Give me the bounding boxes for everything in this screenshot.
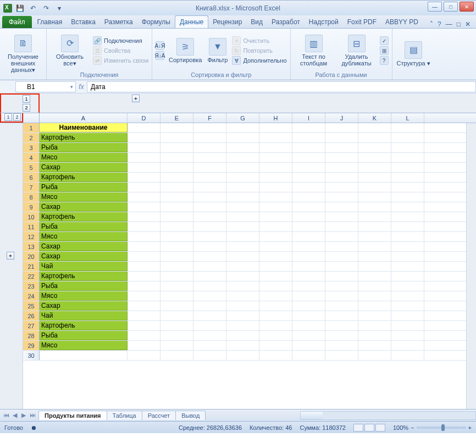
cell-empty[interactable] [391, 182, 424, 192]
cell-empty[interactable] [259, 163, 292, 172]
consolidate-button[interactable]: ⊞ [380, 46, 389, 55]
sheet-nav-prev[interactable]: ◀ [11, 412, 19, 419]
cell-empty[interactable] [391, 173, 424, 182]
cell-empty[interactable] [128, 281, 160, 291]
cell-A20[interactable]: Сахар [40, 252, 128, 261]
cell-empty[interactable] [128, 242, 160, 251]
row-header-22[interactable]: 22 [23, 272, 40, 281]
cell-empty[interactable] [226, 252, 259, 261]
cell-empty[interactable] [160, 281, 193, 291]
cell-empty[interactable] [391, 321, 424, 330]
cell-empty[interactable] [358, 262, 391, 271]
row-header-3[interactable]: 3 [23, 143, 40, 152]
tab-home[interactable]: Главная [33, 16, 67, 28]
redo-button[interactable]: ↷ [41, 3, 52, 13]
cell-empty[interactable] [391, 123, 424, 132]
cell-empty[interactable] [391, 301, 424, 311]
cell-empty[interactable] [358, 133, 391, 142]
row-header-2[interactable]: 2 [23, 133, 40, 142]
cell-empty[interactable] [160, 123, 193, 132]
cell-empty[interactable] [259, 192, 292, 202]
cell-empty[interactable] [259, 291, 292, 301]
cell-A6[interactable]: Картофель [40, 173, 128, 182]
cell-empty[interactable] [226, 212, 259, 222]
cell-empty[interactable] [391, 311, 424, 320]
view-normal-button[interactable] [353, 424, 363, 432]
cell-empty[interactable] [226, 182, 259, 192]
cell-empty[interactable] [193, 143, 226, 152]
cell-empty[interactable] [358, 301, 391, 311]
cell-empty[interactable] [128, 123, 160, 132]
cell-empty[interactable] [325, 182, 358, 192]
cell-empty[interactable] [358, 143, 391, 152]
cell-empty[interactable] [128, 163, 160, 172]
cell-empty[interactable] [358, 341, 391, 350]
cell-empty[interactable] [325, 123, 358, 132]
cell-empty[interactable] [325, 331, 358, 340]
cell-empty[interactable] [391, 163, 424, 172]
cell-empty[interactable] [226, 301, 259, 311]
cell-empty[interactable] [226, 272, 259, 281]
cell-empty[interactable] [292, 252, 325, 261]
cell-A8[interactable]: Мясо [40, 192, 128, 202]
cell-empty[interactable] [128, 232, 160, 241]
cell-empty[interactable] [292, 163, 325, 172]
cell-empty[interactable] [259, 281, 292, 291]
cell-empty[interactable] [128, 341, 160, 350]
cell-empty[interactable] [128, 311, 160, 320]
cell-empty[interactable] [358, 173, 391, 182]
file-tab[interactable]: Файл [2, 16, 32, 28]
cell-empty[interactable] [259, 321, 292, 330]
tab-formulas[interactable]: Формулы [137, 16, 175, 28]
cell-empty[interactable] [292, 133, 325, 142]
cell-A7[interactable]: Рыба [40, 182, 128, 192]
cell-empty[interactable] [358, 272, 391, 281]
horizontal-scrollbar[interactable] [300, 411, 476, 420]
cell-empty[interactable] [325, 301, 358, 311]
cell-empty[interactable] [160, 173, 193, 182]
cell-A25[interactable]: Сахар [40, 301, 128, 311]
column-header-L[interactable]: L [391, 113, 424, 123]
tab-developer[interactable]: Разработ [267, 16, 305, 28]
cell-empty[interactable] [226, 242, 259, 251]
refresh-all-button[interactable]: ⟳ Обновить все▾ [50, 34, 90, 68]
cell-empty[interactable] [193, 262, 226, 271]
column-header-I[interactable]: I [292, 113, 325, 123]
zoom-slider[interactable] [417, 427, 466, 429]
cell-empty[interactable] [128, 222, 160, 231]
doc-minimize-icon[interactable]: — [446, 20, 452, 28]
cell-empty[interactable] [259, 153, 292, 162]
cell-A30[interactable] [40, 351, 128, 360]
cell-A21[interactable]: Чай [40, 262, 128, 271]
cell-empty[interactable] [325, 252, 358, 261]
cell-empty[interactable] [193, 351, 226, 360]
cell-empty[interactable] [325, 272, 358, 281]
zoom-out-button[interactable]: − [411, 424, 414, 431]
formula-input[interactable]: Дата [87, 81, 476, 92]
cell-empty[interactable] [226, 232, 259, 241]
cell-empty[interactable] [160, 331, 193, 340]
cell-empty[interactable] [325, 153, 358, 162]
cell-empty[interactable] [193, 182, 226, 192]
cell-empty[interactable] [325, 341, 358, 350]
cell-empty[interactable] [160, 272, 193, 281]
tab-layout[interactable]: Разметка [100, 16, 137, 28]
cell-empty[interactable] [391, 202, 424, 212]
cell-empty[interactable] [193, 281, 226, 291]
cell-empty[interactable] [325, 222, 358, 231]
cell-empty[interactable] [325, 143, 358, 152]
cell-empty[interactable] [128, 143, 160, 152]
column-header-A[interactable]: A [40, 113, 128, 123]
cell-empty[interactable] [292, 173, 325, 182]
cell-empty[interactable] [226, 192, 259, 202]
row-header-6[interactable]: 6 [23, 173, 40, 182]
cell-empty[interactable] [128, 351, 160, 360]
row-header-27[interactable]: 27 [23, 321, 40, 330]
column-header-F[interactable]: F [193, 113, 226, 123]
cell-empty[interactable] [391, 232, 424, 241]
cell-A28[interactable]: Рыба [40, 331, 128, 340]
sheet-nav-first[interactable]: ⏮ [2, 412, 10, 419]
cell-empty[interactable] [193, 192, 226, 202]
cell-empty[interactable] [391, 341, 424, 350]
cell-A23[interactable]: Рыба [40, 281, 128, 291]
